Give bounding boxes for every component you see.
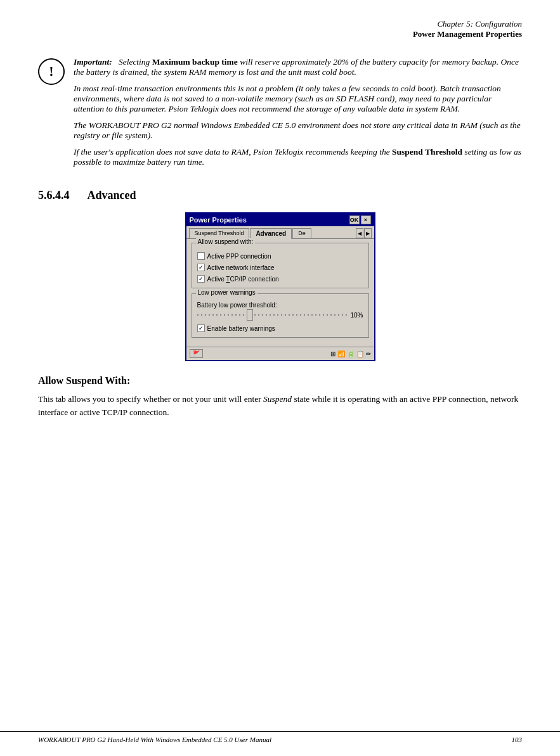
warning-para-3: The WORKABOUT PRO G2 normal Windows Embe… bbox=[74, 120, 522, 141]
warning-icon: ! bbox=[38, 58, 65, 85]
header-section: Power Management Properties bbox=[38, 29, 522, 39]
slider-percent: 10% bbox=[350, 312, 363, 319]
taskbar-icon-3: 🔋 bbox=[347, 350, 355, 357]
important-label: Important: bbox=[74, 57, 112, 67]
low-power-title: Low power warnings bbox=[196, 289, 257, 296]
cb-ppp-box[interactable] bbox=[197, 252, 205, 260]
taskbar-start-button[interactable]: 🚩 bbox=[190, 349, 203, 358]
slider-row: Battery low power threshold: 10% bbox=[197, 302, 363, 319]
dialog-tabs: Suspend Threshold Advanced De ◀ ▶ bbox=[186, 226, 374, 239]
cb-battery-box[interactable]: ✓ bbox=[197, 324, 205, 332]
dialog-titlebar-buttons: OK × bbox=[349, 215, 371, 224]
screenshot-container: Power Properties OK × Suspend Threshold … bbox=[38, 212, 522, 361]
taskbar-icon-2: 📶 bbox=[337, 350, 345, 357]
taskbar-icons: ⊞ 📶 🔋 📋 ✏ bbox=[330, 350, 371, 357]
tab-nav-left[interactable]: ◀ bbox=[356, 228, 363, 238]
page-container: Chapter 5: Configuration Power Managemen… bbox=[0, 0, 560, 756]
cb-tcpip-label: Active TCP/IP connection bbox=[207, 276, 279, 283]
tab-nav-arrows: ◀ ▶ bbox=[356, 228, 372, 238]
cb-ppp-label: Active PPP connection bbox=[207, 253, 271, 260]
section-title: Advanced bbox=[88, 189, 136, 202]
warning-para-4: If the user's application does not save … bbox=[74, 147, 522, 167]
dialog-title-text: Power Properties bbox=[190, 216, 349, 224]
cb-tcpip-box[interactable]: ✓ bbox=[197, 275, 205, 283]
cb-battery-label: Enable battery warnings bbox=[207, 325, 275, 332]
suspend-italic: Suspend bbox=[263, 394, 292, 404]
dialog-body: Allow suspend with: Active PPP connectio… bbox=[186, 239, 374, 347]
tab-nav-right[interactable]: ▶ bbox=[364, 228, 372, 238]
allow-suspend-heading: Allow Suspend With: bbox=[38, 375, 522, 387]
tab-advanced[interactable]: Advanced bbox=[250, 228, 292, 239]
taskbar-icon-1: ⊞ bbox=[330, 350, 335, 357]
checkbox-ppp[interactable]: Active PPP connection bbox=[197, 252, 363, 260]
checkbox-battery-warnings[interactable]: ✓ Enable battery warnings bbox=[197, 324, 363, 332]
allow-suspend-group: Allow suspend with: Active PPP connectio… bbox=[192, 243, 369, 288]
dialog-titlebar: Power Properties OK × bbox=[186, 214, 374, 226]
page-header: Chapter 5: Configuration Power Managemen… bbox=[38, 19, 522, 39]
warning-para-1: Important: Selecting Maximum backup time… bbox=[74, 57, 522, 77]
taskbar-icon-5: ✏ bbox=[366, 350, 371, 357]
slider-dots bbox=[197, 314, 348, 316]
checkbox-tcpip[interactable]: ✓ Active TCP/IP connection bbox=[197, 275, 363, 283]
page-footer: WORKABOUT PRO G2 Hand-Held With Windows … bbox=[0, 731, 560, 743]
header-chapter: Chapter 5: Configuration bbox=[38, 19, 522, 29]
dialog-taskbar: 🚩 ⊞ 📶 🔋 📋 ✏ bbox=[186, 347, 374, 360]
footer-right: 103 bbox=[512, 736, 523, 743]
dialog-window[interactable]: Power Properties OK × Suspend Threshold … bbox=[185, 212, 375, 361]
tab-suspend-threshold[interactable]: Suspend Threshold bbox=[189, 228, 250, 238]
tab-de[interactable]: De bbox=[292, 228, 311, 238]
taskbar-icon-4: 📋 bbox=[356, 350, 364, 357]
warning-bold-1: Maximum backup time bbox=[152, 57, 238, 67]
slider-label: Battery low power threshold: bbox=[197, 302, 363, 309]
allow-suspend-title: Allow suspend with: bbox=[196, 238, 256, 245]
warning-selecting: Selecting bbox=[119, 57, 152, 67]
warning-box: ! Important: Selecting Maximum backup ti… bbox=[38, 57, 522, 174]
section-number: 5.6.4.4 bbox=[38, 189, 70, 202]
allow-suspend-body: This tab allows you to specify whether o… bbox=[38, 393, 522, 420]
dialog-close-button[interactable]: × bbox=[361, 215, 371, 224]
warning-para-2: In most real-time transaction environmen… bbox=[74, 84, 522, 114]
slider-thumb[interactable] bbox=[247, 309, 253, 321]
slider-track[interactable] bbox=[197, 311, 348, 319]
cb-network-box[interactable]: ✓ bbox=[197, 264, 205, 271]
cb-network-label: Active network interface bbox=[207, 264, 275, 271]
section-heading: 5.6.4.4Advanced bbox=[38, 189, 522, 202]
warning-content: Important: Selecting Maximum backup time… bbox=[74, 57, 522, 174]
low-power-group: Low power warnings Battery low power thr… bbox=[192, 293, 369, 338]
slider-track-container: 10% bbox=[197, 311, 363, 319]
start-icon: 🚩 bbox=[193, 350, 200, 357]
checkbox-network[interactable]: ✓ Active network interface bbox=[197, 264, 363, 271]
footer-left: WORKABOUT PRO G2 Hand-Held With Windows … bbox=[38, 736, 271, 743]
dialog-ok-button[interactable]: OK bbox=[349, 215, 360, 224]
